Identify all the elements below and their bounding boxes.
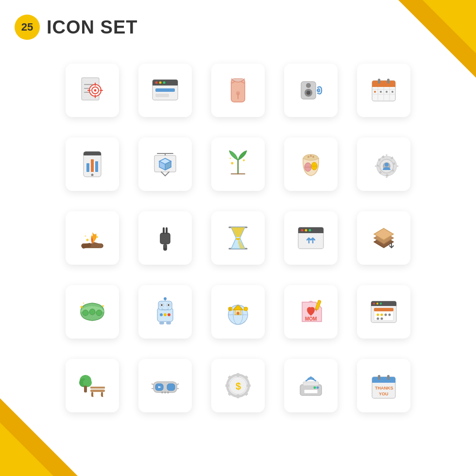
icon-cell-18: $ [204, 277, 272, 346]
svg-point-38 [374, 91, 376, 93]
icon-cell-16 [58, 277, 126, 346]
svg-point-67 [310, 155, 312, 157]
vr-glasses-icon[interactable] [138, 359, 192, 412]
mom-tag-icon[interactable]: MOM [284, 285, 338, 339]
svg-point-17 [163, 82, 166, 84]
icon-cell-14 [277, 204, 345, 272]
svg-point-40 [386, 91, 388, 93]
wifi-printer-icon[interactable] [284, 359, 338, 412]
svg-point-79 [85, 236, 86, 237]
icon-cell-21 [58, 351, 126, 420]
svg-text:MOM: MOM [305, 316, 317, 322]
corner-decoration-top-right-inner [423, 0, 476, 53]
svg-point-97 [96, 310, 102, 316]
svg-point-157 [167, 391, 169, 393]
global-house-icon[interactable]: $ [211, 285, 265, 339]
icon-cell-3 [204, 56, 272, 125]
svg-point-27 [317, 89, 319, 91]
svg-rect-179 [387, 375, 390, 380]
svg-point-93 [309, 229, 311, 232]
svg-rect-118 [237, 312, 239, 315]
icon-cell-8 [204, 130, 272, 199]
settings-dollar-icon[interactable]: $ [211, 359, 265, 412]
svg-point-174 [314, 387, 316, 389]
plug-icon[interactable] [138, 211, 192, 265]
peas-icon[interactable] [66, 285, 119, 339]
envelope-icon[interactable] [211, 64, 265, 117]
svg-rect-19 [155, 94, 169, 97]
seeds-icon[interactable] [284, 137, 338, 191]
svg-rect-45 [86, 163, 89, 172]
svg-rect-81 [163, 227, 165, 234]
svg-point-77 [86, 239, 89, 241]
svg-point-121 [244, 307, 248, 311]
svg-point-172 [310, 376, 312, 378]
svg-rect-143 [90, 387, 105, 389]
svg-point-129 [380, 303, 382, 305]
browser-layout-icon[interactable] [138, 64, 192, 117]
svg-point-107 [161, 304, 163, 306]
layers-icon[interactable] [357, 211, 410, 265]
svg-point-95 [83, 310, 88, 316]
icon-cell-24 [277, 351, 345, 420]
mobile-stats-icon[interactable] [66, 137, 119, 191]
svg-text:$: $ [236, 381, 241, 391]
svg-point-137 [381, 318, 383, 320]
icon-cell-9 [277, 130, 345, 199]
icon-grid: $ MOM [58, 56, 418, 420]
svg-rect-161 [225, 384, 229, 387]
3d-box-icon[interactable] [138, 137, 192, 191]
svg-point-91 [301, 229, 304, 232]
svg-point-16 [159, 82, 162, 84]
thanks-you-calendar-icon[interactable]: THANKS YOU [357, 359, 410, 412]
icon-cell-7 [131, 130, 199, 199]
svg-point-156 [164, 391, 166, 393]
svg-rect-30 [372, 84, 395, 87]
browser-upload-icon[interactable] [284, 211, 338, 265]
speaker-wifi-icon[interactable] [284, 64, 338, 117]
svg-point-58 [231, 162, 234, 165]
svg-line-55 [161, 172, 165, 176]
hourglass-icon[interactable] [211, 211, 265, 265]
svg-line-151 [152, 384, 153, 385]
svg-point-99 [102, 305, 104, 307]
plant-icon[interactable] [211, 137, 265, 191]
svg-rect-47 [95, 161, 98, 172]
icon-cell-15 [350, 204, 418, 272]
target-document-icon[interactable] [66, 64, 119, 117]
icon-cell-23: $ [204, 351, 272, 420]
user-settings-icon[interactable] [357, 137, 410, 191]
svg-rect-150 [167, 384, 175, 391]
svg-rect-171 [304, 390, 318, 393]
svg-rect-46 [91, 159, 94, 172]
svg-point-41 [391, 91, 393, 93]
robot-icon[interactable] [138, 285, 192, 339]
svg-point-98 [81, 306, 83, 308]
svg-point-140 [83, 378, 92, 387]
svg-point-136 [377, 318, 379, 320]
svg-point-48 [91, 174, 94, 176]
badge-number: 25 [15, 15, 40, 40]
svg-point-24 [306, 83, 311, 88]
svg-point-78 [96, 236, 98, 238]
svg-point-59 [243, 159, 245, 161]
svg-point-26 [306, 91, 310, 95]
svg-point-173 [317, 387, 319, 389]
svg-point-155 [161, 391, 163, 393]
svg-rect-112 [159, 322, 164, 324]
page-title: ICON SET [47, 17, 137, 38]
svg-point-92 [305, 229, 307, 232]
campfire-icon[interactable] [66, 211, 119, 265]
svg-point-110 [164, 313, 167, 316]
icon-cell-17 [131, 277, 199, 346]
icon-cell-2 [131, 56, 199, 125]
park-bench-icon[interactable] [66, 359, 119, 412]
svg-point-84 [164, 248, 167, 251]
calendar-icon[interactable] [357, 64, 410, 117]
svg-point-135 [389, 314, 391, 316]
header: 25 ICON SET [15, 15, 137, 40]
svg-text:YOU: YOU [379, 391, 389, 396]
svg-text:THANKS: THANKS [375, 386, 393, 391]
svg-rect-131 [374, 308, 393, 311]
calendar-app-icon[interactable] [357, 285, 410, 339]
